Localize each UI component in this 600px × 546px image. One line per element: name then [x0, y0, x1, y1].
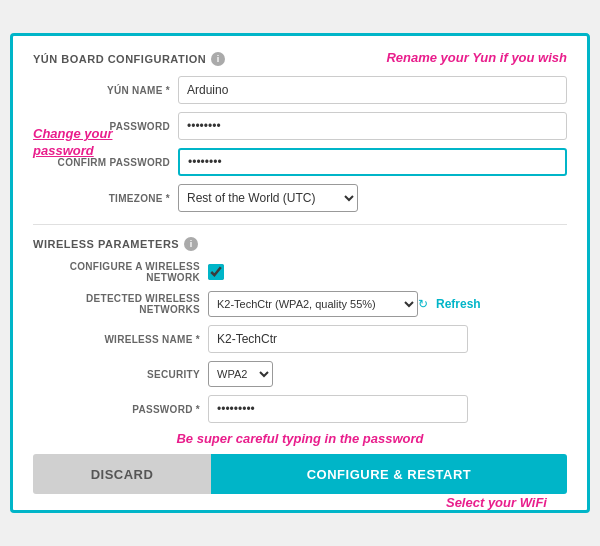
yun-name-row: YÚN NAME *: [33, 76, 567, 104]
wireless-password-label: PASSWORD *: [33, 404, 208, 415]
footer-buttons: DISCARD CONFIGURE & RESTART: [33, 454, 567, 494]
detected-networks-select[interactable]: K2-TechCtr (WPA2, quality 55%) Network2 …: [208, 291, 418, 317]
wireless-name-label: WIRELESS NAME *: [33, 334, 208, 345]
board-config-info-icon[interactable]: i: [211, 52, 225, 66]
main-container: Rename your Yun if you wish YÚN BOARD CO…: [10, 33, 590, 513]
wireless-password-row: PASSWORD *: [33, 395, 567, 423]
refresh-link[interactable]: Refresh: [436, 297, 481, 311]
security-select[interactable]: WPA2 WPA WEP None: [208, 361, 273, 387]
refresh-icon: ↻: [418, 297, 428, 311]
wireless-section-title: WIRELESS PARAMETERS i: [33, 237, 567, 251]
security-row: SECURITY WPA2 WPA WEP None: [33, 361, 567, 387]
configure-restart-button[interactable]: CONFIGURE & RESTART: [211, 454, 567, 494]
discard-button[interactable]: DISCARD: [33, 454, 211, 494]
detected-networks-row: DETECTED WIRELESS NETWORKS K2-TechCtr (W…: [33, 291, 567, 317]
configure-network-row: CONFIGURE A WIRELESS NETWORK: [33, 261, 567, 283]
password-row: PASSWORD: [33, 112, 567, 140]
yun-name-label: YÚN NAME *: [33, 85, 178, 96]
hint-wifi: Select your WiFi: [446, 495, 547, 510]
wireless-title-text: WIRELESS PARAMETERS: [33, 238, 179, 250]
wireless-name-input[interactable]: [208, 325, 468, 353]
yun-name-input[interactable]: [178, 76, 567, 104]
security-label: SECURITY: [33, 369, 208, 380]
timezone-select[interactable]: Rest of the World (UTC) UTC US/Eastern U…: [178, 184, 358, 212]
confirm-password-input[interactable]: [178, 148, 567, 176]
timezone-row: TIMEZONE * Rest of the World (UTC) UTC U…: [33, 184, 567, 212]
section-divider: [33, 224, 567, 225]
timezone-label: TIMEZONE *: [33, 193, 178, 204]
detected-networks-label: DETECTED WIRELESS NETWORKS: [33, 293, 208, 315]
wireless-name-row: WIRELESS NAME *: [33, 325, 567, 353]
configure-network-checkbox[interactable]: [208, 264, 224, 280]
wireless-password-input[interactable]: [208, 395, 468, 423]
password-input[interactable]: [178, 112, 567, 140]
configure-network-label: CONFIGURE A WIRELESS NETWORK: [33, 261, 208, 283]
hint-password[interactable]: Change yourpassword: [33, 126, 112, 160]
confirm-password-row: CONFIRM PASSWORD: [33, 148, 567, 176]
wireless-info-icon[interactable]: i: [184, 237, 198, 251]
board-config-title-text: YÚN BOARD CONFIGURATION: [33, 53, 206, 65]
hint-rename: Rename your Yun if you wish: [386, 50, 567, 65]
hint-careful: Be super careful typing in the password: [33, 431, 567, 446]
